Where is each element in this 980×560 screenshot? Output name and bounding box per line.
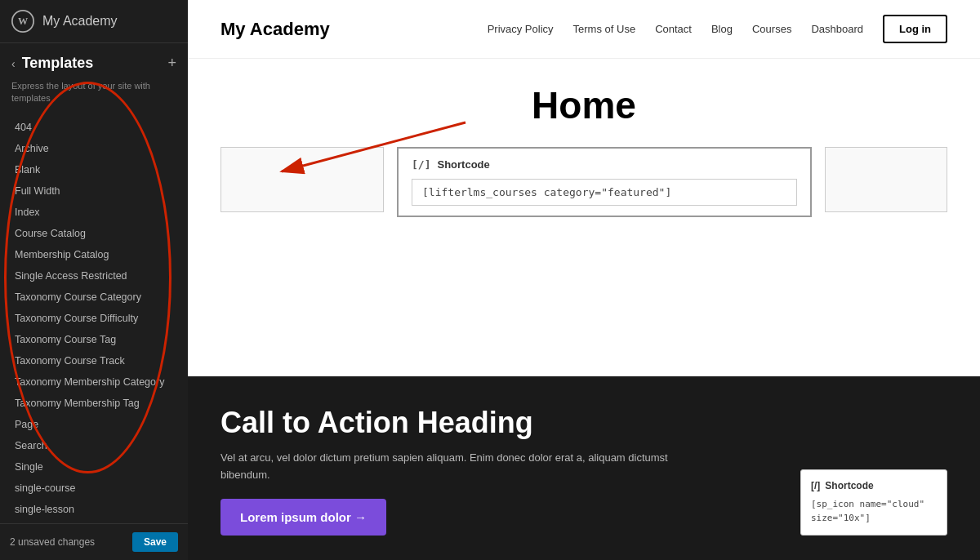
sidebar-header: ‹ Templates + bbox=[0, 43, 188, 77]
site-header: My Academy Privacy Policy Terms of Use C… bbox=[188, 0, 980, 59]
shortcode-icon: [/] bbox=[412, 158, 430, 171]
sidebar-footer: 2 unsaved changes Save bbox=[0, 523, 188, 560]
site-logo: My Academy bbox=[220, 19, 330, 40]
cta-shortcode-card: [/] Shortcode [sp_icon name="cloud" size… bbox=[800, 469, 947, 536]
nav-blog[interactable]: Blog bbox=[711, 23, 733, 35]
template-item-single-access[interactable]: Single Access Restricted bbox=[0, 265, 188, 287]
cta-shortcode-icon: [/] bbox=[811, 480, 820, 491]
save-button[interactable]: Save bbox=[132, 532, 178, 552]
preview-top: My Academy Privacy Policy Terms of Use C… bbox=[188, 0, 980, 376]
nav-terms-of-use[interactable]: Terms of Use bbox=[573, 23, 636, 35]
svg-text:W: W bbox=[18, 16, 29, 27]
nav-courses[interactable]: Courses bbox=[752, 23, 791, 35]
template-item-taxonomy-membership-cat[interactable]: Taxonomy Membership Category bbox=[0, 371, 188, 393]
template-item-taxonomy-course-cat[interactable]: Taxonomy Course Category bbox=[0, 287, 188, 308]
sidebar-header-left: ‹ Templates bbox=[11, 55, 93, 72]
template-item-single-lesson[interactable]: single-lesson bbox=[0, 499, 188, 520]
home-title: Home bbox=[220, 83, 947, 127]
home-blocks: [/] Shortcode [lifterlms_courses categor… bbox=[220, 147, 947, 217]
template-item-single-course[interactable]: single-course bbox=[0, 478, 188, 499]
cta-shortcode-value: [sp_icon name="cloud" size="10x"] bbox=[811, 498, 937, 525]
main-content: My Academy Privacy Policy Terms of Use C… bbox=[188, 0, 980, 560]
template-item-taxonomy-course-tag[interactable]: Taxonomy Course Tag bbox=[0, 329, 188, 350]
home-block-left bbox=[220, 147, 384, 212]
template-item-blank[interactable]: Blank bbox=[0, 159, 188, 180]
sidebar-title: Templates bbox=[22, 55, 94, 72]
nav-dashboard[interactable]: Dashboard bbox=[811, 23, 863, 35]
login-button[interactable]: Log in bbox=[883, 15, 947, 43]
template-item-404[interactable]: 404 bbox=[0, 117, 188, 138]
site-name: My Academy bbox=[42, 14, 118, 29]
template-item-search[interactable]: Search bbox=[0, 435, 188, 456]
nav-privacy-policy[interactable]: Privacy Policy bbox=[488, 23, 554, 35]
preview-bottom: Call to Action Heading Vel at arcu, vel … bbox=[188, 376, 980, 560]
template-item-course-catalog[interactable]: Course Catalog bbox=[0, 223, 188, 244]
templates-list: 404 Archive Blank Full Width Index Cours… bbox=[0, 113, 188, 523]
template-item-page[interactable]: Page bbox=[0, 414, 188, 435]
home-section: Home [/] Shortcode [lifterlms_courses ca… bbox=[188, 59, 980, 376]
template-item-membership-catalog[interactable]: Membership Catalog bbox=[0, 244, 188, 265]
template-item-taxonomy-membership-tag[interactable]: Taxonomy Membership Tag bbox=[0, 393, 188, 414]
home-shortcode-block: [/] Shortcode [lifterlms_courses categor… bbox=[397, 147, 812, 217]
template-item-taxonomy-course-track[interactable]: Taxonomy Course Track bbox=[0, 350, 188, 371]
add-template-button[interactable]: + bbox=[167, 55, 176, 72]
nav-contact[interactable]: Contact bbox=[655, 23, 692, 35]
template-item-fullwidth[interactable]: Full Width bbox=[0, 180, 188, 202]
cta-shortcode-label: Shortcode bbox=[825, 480, 873, 491]
template-item-taxonomy-course-diff[interactable]: Taxonomy Course Difficulty bbox=[0, 308, 188, 329]
template-item-single[interactable]: Single bbox=[0, 456, 188, 478]
shortcode-header: [/] Shortcode bbox=[412, 158, 797, 171]
unsaved-changes-label: 2 unsaved changes bbox=[10, 536, 95, 548]
shortcode-value: [lifterlms_courses category="featured"] bbox=[412, 179, 797, 206]
cta-text: Vel at arcu, vel dolor dictum pretium sa… bbox=[220, 450, 710, 484]
back-arrow-icon[interactable]: ‹ bbox=[11, 57, 16, 70]
wordpress-logo: W bbox=[11, 10, 34, 33]
sidebar: W My Academy ‹ Templates + Express the l… bbox=[0, 0, 188, 560]
template-item-archive[interactable]: Archive bbox=[0, 138, 188, 159]
cta-heading: Call to Action Heading bbox=[220, 406, 710, 440]
sidebar-description: Express the layout of your site with tem… bbox=[0, 77, 188, 113]
cta-shortcode-header: [/] Shortcode bbox=[811, 480, 937, 491]
sidebar-topbar: W My Academy bbox=[0, 0, 188, 43]
site-nav: Privacy Policy Terms of Use Contact Blog… bbox=[488, 15, 947, 43]
cta-button[interactable]: Lorem ipsum dolor → bbox=[220, 499, 386, 536]
shortcode-label: Shortcode bbox=[437, 158, 489, 171]
home-block-right bbox=[825, 147, 947, 212]
template-item-index[interactable]: Index bbox=[0, 202, 188, 223]
